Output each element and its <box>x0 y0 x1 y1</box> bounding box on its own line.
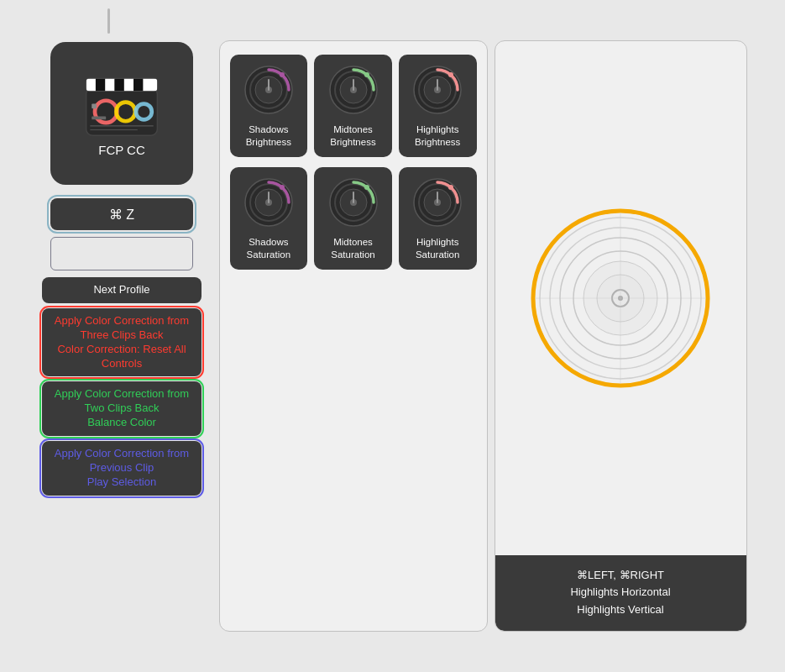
brightness-knobs-row: Shadows Brightness <box>230 55 477 157</box>
highlights-brightness-knob[interactable]: Highlights Brightness <box>399 55 477 157</box>
apply-previous-button[interactable]: Apply Color Correction from Previous Cli… <box>42 441 201 496</box>
shadows-brightness-knob[interactable]: Shadows Brightness <box>230 55 308 157</box>
midtones-brightness-knob[interactable]: Midtones Brightness <box>314 55 392 157</box>
highlights-saturation-label: Highlights Saturation <box>406 236 470 261</box>
wheel-label2: Highlights Vertical <box>509 601 733 619</box>
shadows-saturation-label: Shadows Saturation <box>237 236 301 261</box>
next-profile-button[interactable]: Next Profile <box>42 277 201 303</box>
midtones-brightness-label: Midtones Brightness <box>321 123 385 149</box>
knobs-and-wheel: Shadows Brightness <box>219 40 747 632</box>
apply-two-back-button[interactable]: Apply Color Correction from Two Clips Ba… <box>42 381 201 436</box>
midtones-saturation-label: Midtones Saturation <box>321 236 385 261</box>
undo-button[interactable]: ⌘ Z <box>50 198 193 230</box>
knobs-panel: Shadows Brightness <box>219 40 488 632</box>
highlights-saturation-dial <box>411 176 464 229</box>
left-sidebar: FCP CC ⌘ Z Next Profile Apply Color Corr… <box>32 34 212 638</box>
shadows-saturation-knob[interactable]: Shadows Saturation <box>230 167 308 270</box>
svg-rect-9 <box>143 78 157 91</box>
svg-rect-3 <box>86 78 96 91</box>
app-icon-container: FCP CC <box>50 42 193 185</box>
svg-point-32 <box>448 72 453 77</box>
svg-point-44 <box>364 185 369 190</box>
shadows-saturation-dial <box>242 176 296 229</box>
svg-point-20 <box>280 72 285 77</box>
saturation-knobs-row: Shadows Saturation Midt <box>230 167 477 270</box>
input-box <box>50 237 193 270</box>
wheel-label1: Highlights Horizontal <box>509 584 733 601</box>
svg-rect-8 <box>133 78 143 91</box>
apply-two-back-line2: Balance Color <box>87 416 156 428</box>
midtones-saturation-knob[interactable]: Midtones Saturation <box>314 167 392 270</box>
apply-three-back-line1: Apply Color Correction from Three Clips … <box>55 314 189 341</box>
svg-rect-16 <box>92 116 106 119</box>
apply-three-back-line2: Color Correction: Reset All Controls <box>57 343 186 370</box>
color-wheel-svg <box>528 206 713 391</box>
highlights-brightness-dial <box>411 63 464 117</box>
svg-point-50 <box>448 185 453 190</box>
svg-rect-6 <box>115 78 124 91</box>
svg-point-38 <box>280 185 285 190</box>
svg-rect-7 <box>124 78 133 91</box>
svg-point-26 <box>364 72 369 77</box>
shadows-brightness-dial <box>242 63 296 117</box>
next-profile-label: Next Profile <box>93 283 149 296</box>
midtones-brightness-dial <box>327 63 380 117</box>
wheel-shortcut: ⌘LEFT, ⌘RIGHT <box>509 567 733 585</box>
highlights-brightness-label: Highlights Brightness <box>406 123 470 149</box>
shadows-brightness-label: Shadows Brightness <box>237 123 301 149</box>
svg-rect-4 <box>96 78 105 91</box>
apply-previous-line1: Apply Color Correction from Previous Cli… <box>55 447 189 474</box>
app-icon-svg <box>80 71 164 138</box>
connector-line <box>107 8 110 34</box>
apply-two-back-line1: Apply Color Correction from Two Clips Ba… <box>55 387 189 414</box>
apply-color-three-back-button[interactable]: Apply Color Correction from Three Clips … <box>42 308 201 377</box>
right-content: Shadows Brightness <box>212 34 754 638</box>
wheel-container <box>515 41 726 555</box>
svg-rect-5 <box>105 78 114 91</box>
color-wheel-panel[interactable]: ⌘LEFT, ⌘RIGHT Highlights Horizontal High… <box>495 40 747 632</box>
app-title: FCP CC <box>98 143 145 157</box>
svg-rect-15 <box>92 103 97 108</box>
midtones-saturation-dial <box>327 176 380 229</box>
highlights-saturation-knob[interactable]: Highlights Saturation <box>399 167 477 270</box>
apply-previous-line2: Play Selection <box>87 475 156 488</box>
undo-label: ⌘ Z <box>109 207 134 223</box>
wheel-info-bar: ⌘LEFT, ⌘RIGHT Highlights Horizontal High… <box>495 555 746 631</box>
